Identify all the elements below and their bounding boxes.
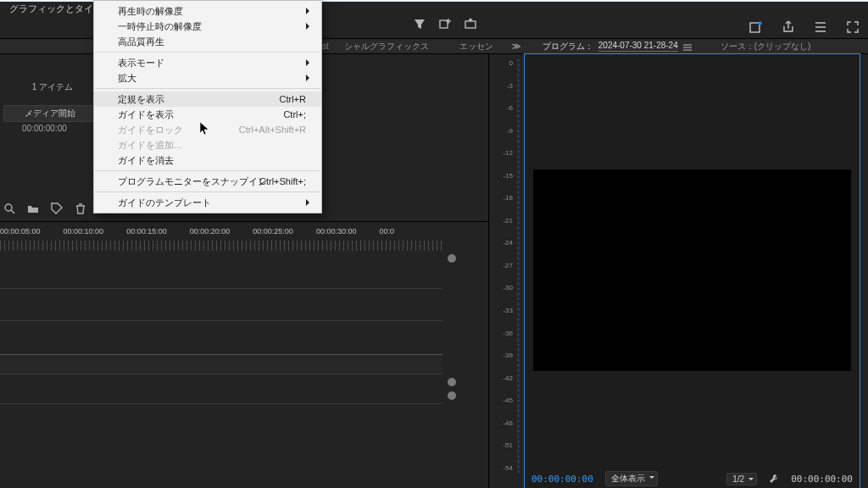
menu-item-label: 拡大 (118, 72, 136, 85)
menu-item-label: 一時停止時の解像度 (118, 20, 202, 33)
meter-mark: -42 (496, 374, 513, 383)
menu-item-label: プログラムモニターをスナップイン (118, 175, 267, 188)
project-item-timecode: 00:00:00:00 (22, 124, 67, 133)
program-panel-tab[interactable]: プログラム： 2024-07-30 21-28-24 (542, 41, 692, 53)
menu-item-label: 表示モード (118, 57, 164, 69)
timeline-tracks[interactable] (0, 254, 442, 488)
menu-item-accel: Ctrl+R (280, 94, 306, 104)
menu-item-label: 定規を表示 (118, 93, 164, 106)
meter-mark: -51 (496, 441, 513, 450)
ruler-label: 00:00:15:00 (126, 227, 190, 239)
program-timecode-in[interactable]: 00:00:00:00 (531, 474, 593, 485)
timeline-toolbar (414, 18, 476, 30)
export-frame-icon[interactable] (465, 18, 476, 30)
menu-item[interactable]: ガイドを消去 (94, 152, 321, 168)
workspace-menu-icon[interactable] (814, 20, 827, 34)
meter-mark: -3 (496, 82, 513, 91)
new-item-icon[interactable] (439, 18, 451, 30)
ruler-label: 00:00:25:00 (253, 227, 316, 239)
svg-point-1 (758, 21, 762, 25)
workspace-tab-essential[interactable]: エッセン (444, 41, 509, 53)
menu-item[interactable]: 再生時の解像度 (94, 3, 321, 19)
trash-icon[interactable] (75, 202, 86, 214)
program-monitor: 00:00:00:00 全体表示 1/2 00:00:00:00 (525, 54, 860, 488)
meter-mark: -39 (496, 352, 513, 360)
menu-separator (95, 52, 320, 53)
program-prefix: プログラム： (542, 41, 593, 53)
meter-mark: -33 (496, 307, 513, 315)
menu-separator (95, 191, 320, 192)
filter-icon[interactable] (414, 18, 426, 30)
menu-item-label: ガイドを消去 (118, 154, 174, 167)
meter-mark: -48 (496, 419, 513, 428)
menu-separator (95, 170, 320, 171)
svg-rect-4 (465, 21, 476, 28)
menu-item[interactable]: 一時停止時の解像度 (94, 19, 321, 34)
share-icon[interactable] (782, 20, 795, 34)
timeline-panel[interactable]: 00:00:05:0000:00:10:0000:00:15:0000:00:2… (0, 222, 488, 488)
program-fit-dropdown[interactable]: 全体表示 (605, 471, 658, 486)
menu-item-accel: Ctrl+; (283, 109, 306, 119)
menu-item: ガイドをロックCtrl+Alt+Shift+R (94, 122, 321, 137)
workspace-tab-partial[interactable]: st (322, 42, 329, 51)
meter-mark: -21 (496, 217, 513, 225)
program-timecode-out: 00:00:00:00 (791, 474, 853, 485)
meter-mark: -24 (496, 239, 513, 247)
menu-item-label: ガイドを表示 (118, 108, 174, 121)
ruler-label: 00:00:20:00 (190, 227, 253, 239)
meter-mark: 0 (496, 59, 513, 68)
meter-mark: -15 (496, 172, 513, 180)
program-sequence-name: 2024-07-30 21-28-24 (598, 41, 678, 52)
program-zoom-dropdown[interactable]: 1/2 (726, 473, 757, 485)
menu-item-accel: Ctrl+Alt+Shift+R (239, 125, 306, 135)
timeline-vscroll[interactable] (446, 254, 458, 478)
meter-mark: -27 (496, 262, 513, 270)
menu-item-label: 再生時の解像度 (118, 5, 183, 18)
ruler-label: 00:00:10:00 (64, 227, 127, 239)
menu-item-label: ガイドをロック (118, 124, 183, 136)
program-footer: 00:00:00:00 全体表示 1/2 00:00:00:00 (531, 471, 853, 486)
meter-mark: -36 (496, 330, 513, 338)
menu-item[interactable]: 高品質再生 (94, 34, 321, 49)
workspace-tabs-more-icon[interactable]: ≫ (509, 42, 524, 51)
view-menu-dropdown[interactable]: 再生時の解像度一時停止時の解像度高品質再生表示モード拡大定規を表示Ctrl+Rガ… (93, 0, 322, 214)
menu-item[interactable]: プログラムモニターをスナップインCtrl+Shift+; (94, 174, 321, 189)
source-panel-tab[interactable]: ソース：(クリップなし) (721, 41, 811, 53)
folder-icon[interactable] (27, 202, 39, 214)
menu-item[interactable]: ガイドを表示Ctrl+; (94, 107, 321, 122)
menu-item[interactable]: ガイドのテンプレート (94, 195, 321, 210)
menu-separator (95, 88, 320, 89)
menu-item-label: ガイドのテンプレート (118, 197, 211, 209)
meter-mark: -45 (496, 396, 513, 405)
svg-point-2 (5, 204, 12, 211)
meter-mark: -9 (496, 127, 513, 136)
submenu-arrow-icon (306, 199, 313, 206)
fullscreen-icon[interactable] (846, 20, 860, 34)
ruler-label: 00:0 (379, 227, 442, 239)
meter-mark: -54 (496, 464, 513, 473)
svg-rect-0 (750, 23, 760, 32)
audio-meter: 0-3-6-9-12-15-18-21-24-27-30-33-36-39-42… (496, 59, 516, 473)
menu-item-label: 高品質再生 (118, 36, 164, 48)
menu-item[interactable]: 拡大 (94, 70, 321, 86)
submenu-arrow-icon (306, 8, 313, 14)
meter-mark: -12 (496, 149, 513, 158)
ruler-label: 00:00:05:00 (0, 227, 64, 239)
menu-item[interactable]: 定規を表示Ctrl+R (94, 92, 321, 107)
workspace-tab-graphics[interactable]: シャルグラフィックス (329, 41, 444, 53)
menu-item-accel: Ctrl+Shift+; (259, 176, 306, 186)
timeline-ruler[interactable]: 00:00:05:0000:00:10:0000:00:15:0000:00:2… (0, 227, 442, 252)
program-viewer[interactable] (533, 169, 851, 371)
submenu-arrow-icon (306, 23, 313, 30)
wrench-icon[interactable] (769, 474, 779, 484)
search-icon[interactable] (3, 202, 15, 214)
meter-mark: -6 (496, 104, 513, 113)
menu-item: ガイドを追加... (94, 137, 321, 152)
panel-menu-icon[interactable] (683, 43, 692, 50)
project-column-media-start[interactable]: メディア開始 (3, 105, 97, 122)
label-icon[interactable] (51, 202, 63, 214)
meter-mark: -30 (496, 284, 513, 292)
quick-export-icon[interactable] (749, 20, 763, 34)
menu-item[interactable]: 表示モード (94, 55, 321, 70)
ruler-label: 00:00:30:00 (316, 227, 380, 239)
